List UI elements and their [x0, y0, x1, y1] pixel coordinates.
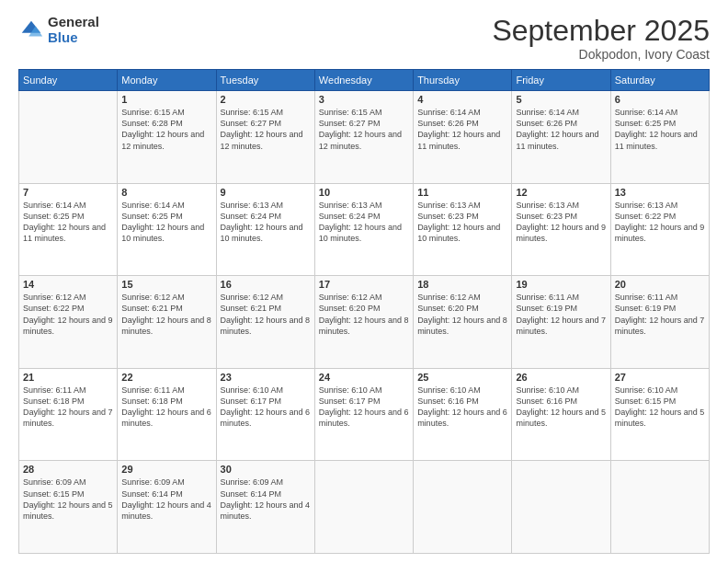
table-row: 4Sunrise: 6:14 AM Sunset: 6:26 PM Daylig…: [414, 91, 512, 184]
cell-info: Sunrise: 6:12 AM Sunset: 6:20 PM Dayligh…: [417, 292, 507, 337]
table-row: 18Sunrise: 6:12 AM Sunset: 6:20 PM Dayli…: [414, 276, 512, 369]
day-number: 5: [516, 94, 606, 105]
day-number: 28: [23, 464, 113, 475]
table-row: [414, 461, 512, 554]
cell-info: Sunrise: 6:12 AM Sunset: 6:20 PM Dayligh…: [319, 292, 409, 337]
header-sunday: Sunday: [19, 70, 118, 91]
header-friday: Friday: [512, 70, 610, 91]
cell-info: Sunrise: 6:14 AM Sunset: 6:25 PM Dayligh…: [121, 200, 211, 245]
table-row: 14Sunrise: 6:12 AM Sunset: 6:22 PM Dayli…: [19, 276, 118, 369]
day-number: 23: [221, 372, 311, 383]
cell-info: Sunrise: 6:10 AM Sunset: 6:17 PM Dayligh…: [221, 385, 311, 430]
logo-icon: [18, 17, 44, 43]
day-number: 24: [319, 372, 409, 383]
day-number: 8: [121, 187, 211, 198]
table-row: 9Sunrise: 6:13 AM Sunset: 6:24 PM Daylig…: [216, 183, 314, 276]
cell-info: Sunrise: 6:09 AM Sunset: 6:14 PM Dayligh…: [121, 477, 211, 522]
day-number: 2: [221, 94, 311, 105]
cell-info: Sunrise: 6:10 AM Sunset: 6:15 PM Dayligh…: [615, 385, 705, 430]
week-row-4: 21Sunrise: 6:11 AM Sunset: 6:18 PM Dayli…: [19, 368, 710, 461]
day-number: 20: [615, 279, 705, 290]
cell-info: Sunrise: 6:12 AM Sunset: 6:21 PM Dayligh…: [121, 292, 211, 337]
table-row: 26Sunrise: 6:10 AM Sunset: 6:16 PM Dayli…: [512, 368, 610, 461]
table-row: 3Sunrise: 6:15 AM Sunset: 6:27 PM Daylig…: [314, 91, 413, 184]
table-row: 23Sunrise: 6:10 AM Sunset: 6:17 PM Dayli…: [216, 368, 314, 461]
table-row: 1Sunrise: 6:15 AM Sunset: 6:28 PM Daylig…: [118, 91, 216, 184]
calendar-table: Sunday Monday Tuesday Wednesday Thursday…: [18, 69, 710, 554]
day-number: 19: [516, 279, 606, 290]
cell-info: Sunrise: 6:09 AM Sunset: 6:15 PM Dayligh…: [23, 477, 113, 522]
table-row: 24Sunrise: 6:10 AM Sunset: 6:17 PM Dayli…: [314, 368, 413, 461]
day-number: 11: [417, 187, 507, 198]
header-wednesday: Wednesday: [314, 70, 413, 91]
day-number: 14: [23, 279, 113, 290]
day-number: 26: [516, 372, 606, 383]
cell-info: Sunrise: 6:10 AM Sunset: 6:17 PM Dayligh…: [319, 385, 409, 430]
table-row: 25Sunrise: 6:10 AM Sunset: 6:16 PM Dayli…: [414, 368, 512, 461]
table-row: 28Sunrise: 6:09 AM Sunset: 6:15 PM Dayli…: [19, 461, 118, 554]
table-row: [610, 461, 709, 554]
week-row-3: 14Sunrise: 6:12 AM Sunset: 6:22 PM Dayli…: [19, 276, 710, 369]
cell-info: Sunrise: 6:13 AM Sunset: 6:23 PM Dayligh…: [516, 200, 606, 245]
table-row: 20Sunrise: 6:11 AM Sunset: 6:19 PM Dayli…: [610, 276, 709, 369]
table-row: 30Sunrise: 6:09 AM Sunset: 6:14 PM Dayli…: [216, 461, 314, 554]
location: Dokpodon, Ivory Coast: [492, 47, 710, 62]
cell-info: Sunrise: 6:13 AM Sunset: 6:22 PM Dayligh…: [615, 200, 705, 245]
day-number: 13: [615, 187, 705, 198]
header-saturday: Saturday: [610, 70, 709, 91]
day-number: 16: [221, 279, 311, 290]
title-block: September 2025 Dokpodon, Ivory Coast: [492, 15, 710, 62]
logo-blue-text: Blue: [48, 30, 99, 46]
table-row: [314, 461, 413, 554]
cell-info: Sunrise: 6:10 AM Sunset: 6:16 PM Dayligh…: [417, 385, 507, 430]
cell-info: Sunrise: 6:14 AM Sunset: 6:25 PM Dayligh…: [23, 200, 113, 245]
table-row: 5Sunrise: 6:14 AM Sunset: 6:26 PM Daylig…: [512, 91, 610, 184]
day-number: 25: [417, 372, 507, 383]
table-row: [19, 91, 118, 184]
cell-info: Sunrise: 6:11 AM Sunset: 6:19 PM Dayligh…: [615, 292, 705, 337]
month-title: September 2025: [492, 15, 710, 47]
cell-info: Sunrise: 6:14 AM Sunset: 6:26 PM Dayligh…: [417, 107, 507, 152]
day-number: 1: [121, 94, 211, 105]
table-row: 15Sunrise: 6:12 AM Sunset: 6:21 PM Dayli…: [118, 276, 216, 369]
logo: General Blue: [18, 15, 99, 45]
day-number: 17: [319, 279, 409, 290]
week-row-2: 7Sunrise: 6:14 AM Sunset: 6:25 PM Daylig…: [19, 183, 710, 276]
header-tuesday: Tuesday: [216, 70, 314, 91]
cell-info: Sunrise: 6:11 AM Sunset: 6:18 PM Dayligh…: [121, 385, 211, 430]
header: General Blue September 2025 Dokpodon, Iv…: [18, 15, 710, 62]
cell-info: Sunrise: 6:13 AM Sunset: 6:24 PM Dayligh…: [319, 200, 409, 245]
cell-info: Sunrise: 6:09 AM Sunset: 6:14 PM Dayligh…: [221, 477, 311, 522]
cell-info: Sunrise: 6:15 AM Sunset: 6:27 PM Dayligh…: [221, 107, 311, 152]
day-number: 12: [516, 187, 606, 198]
cell-info: Sunrise: 6:11 AM Sunset: 6:18 PM Dayligh…: [23, 385, 113, 430]
cell-info: Sunrise: 6:14 AM Sunset: 6:25 PM Dayligh…: [615, 107, 705, 152]
day-number: 21: [23, 372, 113, 383]
day-number: 29: [121, 464, 211, 475]
header-monday: Monday: [118, 70, 216, 91]
table-row: 11Sunrise: 6:13 AM Sunset: 6:23 PM Dayli…: [414, 183, 512, 276]
table-row: 6Sunrise: 6:14 AM Sunset: 6:25 PM Daylig…: [610, 91, 709, 184]
day-number: 7: [23, 187, 113, 198]
table-row: 12Sunrise: 6:13 AM Sunset: 6:23 PM Dayli…: [512, 183, 610, 276]
cell-info: Sunrise: 6:14 AM Sunset: 6:26 PM Dayligh…: [516, 107, 606, 152]
table-row: 10Sunrise: 6:13 AM Sunset: 6:24 PM Dayli…: [314, 183, 413, 276]
day-number: 9: [221, 187, 311, 198]
table-row: 16Sunrise: 6:12 AM Sunset: 6:21 PM Dayli…: [216, 276, 314, 369]
week-row-5: 28Sunrise: 6:09 AM Sunset: 6:15 PM Dayli…: [19, 461, 710, 554]
table-row: 17Sunrise: 6:12 AM Sunset: 6:20 PM Dayli…: [314, 276, 413, 369]
table-row: 22Sunrise: 6:11 AM Sunset: 6:18 PM Dayli…: [118, 368, 216, 461]
table-row: 7Sunrise: 6:14 AM Sunset: 6:25 PM Daylig…: [19, 183, 118, 276]
table-row: 27Sunrise: 6:10 AM Sunset: 6:15 PM Dayli…: [610, 368, 709, 461]
table-row: 2Sunrise: 6:15 AM Sunset: 6:27 PM Daylig…: [216, 91, 314, 184]
table-row: 21Sunrise: 6:11 AM Sunset: 6:18 PM Dayli…: [19, 368, 118, 461]
cell-info: Sunrise: 6:12 AM Sunset: 6:21 PM Dayligh…: [221, 292, 311, 337]
day-number: 15: [121, 279, 211, 290]
table-row: 29Sunrise: 6:09 AM Sunset: 6:14 PM Dayli…: [118, 461, 216, 554]
table-row: 13Sunrise: 6:13 AM Sunset: 6:22 PM Dayli…: [610, 183, 709, 276]
logo-general-text: General: [48, 15, 99, 30]
cell-info: Sunrise: 6:10 AM Sunset: 6:16 PM Dayligh…: [516, 385, 606, 430]
logo-text: General Blue: [48, 15, 99, 45]
day-number: 18: [417, 279, 507, 290]
cell-info: Sunrise: 6:13 AM Sunset: 6:24 PM Dayligh…: [221, 200, 311, 245]
